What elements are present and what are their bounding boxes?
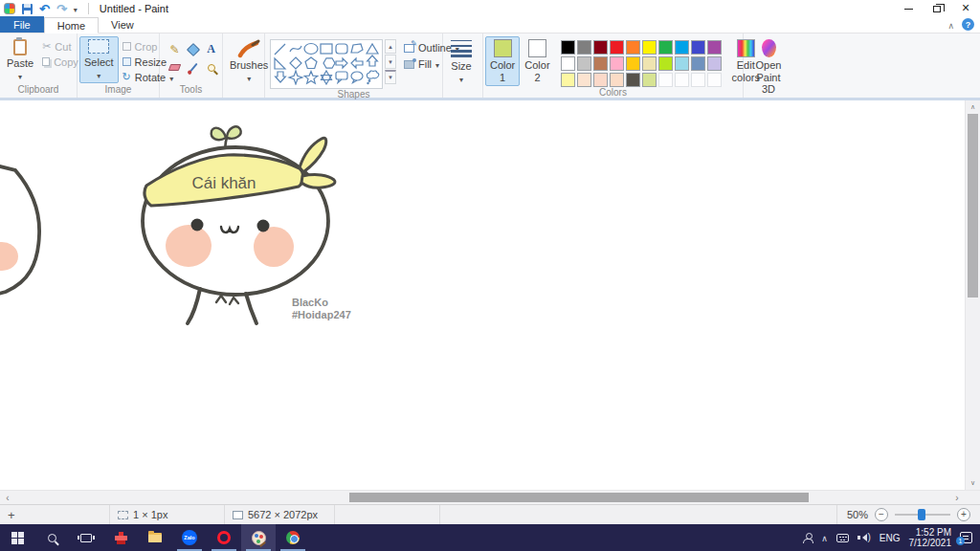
drawing-canvas[interactable]: Cái khăn BlacKo #Hoidap247 [0, 100, 965, 490]
sprout-leaf-right [227, 126, 241, 138]
palette-swatch[interactable] [593, 73, 608, 87]
notification-center-icon[interactable]: 1 [960, 532, 972, 543]
palette-swatch[interactable] [626, 73, 640, 87]
shapes-gallery[interactable] [270, 39, 383, 89]
zoom-slider[interactable] [895, 508, 950, 521]
undo-icon[interactable] [39, 2, 50, 16]
restore-button[interactable] [923, 0, 951, 17]
horizontal-scrollbar[interactable]: ‹ › [0, 490, 980, 504]
tab-file[interactable]: File [0, 16, 44, 33]
fill-tool-button[interactable] [184, 40, 202, 58]
zoom-in-button[interactable]: + [957, 508, 970, 521]
shape-arrow-left [351, 58, 363, 68]
palette-swatch[interactable] [691, 56, 705, 71]
start-button[interactable] [0, 524, 34, 551]
cut-button[interactable]: Cut [42, 40, 78, 53]
taskbar-pixel-app-button[interactable] [103, 524, 138, 551]
palette-swatch[interactable] [577, 56, 591, 71]
text-tool-button[interactable] [202, 40, 220, 58]
size-button[interactable]: Size [445, 36, 478, 87]
language-indicator[interactable]: ENG [880, 533, 901, 543]
task-view-button[interactable] [69, 524, 103, 551]
taskbar-search-button[interactable] [34, 524, 69, 551]
eraser-tool-button[interactable] [166, 58, 184, 77]
color-picker-tool-button[interactable] [184, 58, 202, 77]
palette-swatch[interactable] [707, 56, 722, 71]
taskbar-zalo-button[interactable]: Zalo [172, 524, 207, 551]
palette-swatch[interactable] [577, 73, 591, 87]
scroll-left-icon[interactable]: ‹ [0, 491, 15, 504]
speaker-icon[interactable] [858, 533, 871, 543]
palette-swatch[interactable] [675, 40, 689, 55]
palette-swatch[interactable] [610, 56, 624, 71]
clock[interactable]: 1:52 PM 7/12/2021 [909, 527, 952, 548]
minimize-icon [904, 9, 913, 10]
palette-swatch-empty[interactable] [675, 73, 689, 87]
palette-swatch[interactable] [658, 56, 673, 71]
magnifier-tool-button[interactable] [202, 58, 220, 77]
taskbar-opera-button[interactable] [207, 524, 241, 551]
color1-button[interactable]: Color 1 [485, 36, 520, 86]
palette-swatch[interactable] [626, 56, 640, 71]
paint-app-icon [252, 531, 266, 545]
size-dropdown-icon [459, 73, 463, 84]
pencil-tool-button[interactable] [166, 40, 184, 58]
scroll-down-icon[interactable]: ∨ [966, 476, 980, 490]
save-icon[interactable] [22, 4, 33, 14]
scroll-right-icon[interactable]: › [949, 491, 965, 504]
scroll-up-icon[interactable]: ∧ [966, 100, 980, 114]
shape-hexagon [323, 58, 335, 68]
taskbar-file-explorer-button[interactable] [138, 524, 172, 551]
palette-swatch[interactable] [642, 56, 657, 71]
zoom-slider-thumb[interactable] [918, 509, 925, 520]
hidden-icons-chevron[interactable] [821, 532, 828, 543]
taskbar-chrome-button[interactable] [276, 524, 310, 551]
tab-home[interactable]: Home [44, 17, 99, 33]
palette-swatch-empty[interactable] [658, 73, 673, 87]
brushes-group: Brushes [223, 33, 265, 98]
status-bar: 1 × 1px 5672 × 2072px 50% − + [0, 504, 980, 524]
color2-swatch [528, 39, 546, 57]
palette-swatch[interactable] [561, 40, 575, 55]
palette-swatch[interactable] [691, 40, 705, 55]
horizontal-scroll-thumb[interactable] [349, 493, 809, 502]
palette-swatch[interactable] [675, 56, 689, 71]
redo-icon[interactable] [56, 2, 67, 16]
palette-swatch[interactable] [577, 40, 591, 55]
open-paint3d-button[interactable]: Open Paint 3D [746, 36, 791, 98]
minimize-button[interactable] [894, 0, 923, 17]
palette-swatch[interactable] [610, 40, 624, 55]
taskbar-paint-button[interactable] [241, 524, 276, 551]
collapse-ribbon-icon[interactable] [947, 19, 954, 31]
palette-swatch[interactable] [642, 40, 657, 55]
vertical-scroll-thumb[interactable] [968, 114, 978, 298]
palette-swatch[interactable] [626, 40, 640, 55]
tab-view[interactable]: View [99, 16, 146, 33]
palette-swatch[interactable] [707, 40, 722, 55]
touch-keyboard-icon[interactable] [836, 534, 849, 542]
windows-logo-icon [11, 532, 24, 544]
palette-swatch[interactable] [658, 40, 673, 55]
customize-toolbar-dropdown-icon[interactable] [74, 3, 78, 14]
close-button[interactable] [951, 0, 980, 17]
shapes-more-button[interactable]: ▼ [385, 70, 396, 84]
palette-swatch[interactable] [593, 56, 608, 71]
copy-button[interactable]: Copy [42, 55, 78, 68]
shapes-scroll-up-button[interactable]: ▲ [385, 39, 396, 54]
image-group: Select Crop Resize Rotate Image [78, 33, 160, 98]
palette-swatch[interactable] [593, 40, 608, 55]
people-icon[interactable] [803, 533, 813, 543]
select-button[interactable]: Select [79, 36, 119, 83]
palette-swatch[interactable] [610, 73, 624, 87]
shapes-scroll-down-button[interactable]: ▼ [385, 55, 396, 69]
help-icon[interactable] [962, 18, 974, 31]
palette-swatch[interactable] [561, 73, 575, 87]
palette-swatch-empty[interactable] [691, 73, 705, 87]
palette-swatch[interactable] [561, 56, 575, 71]
palette-swatch[interactable] [642, 73, 657, 87]
palette-swatch-empty[interactable] [707, 73, 722, 87]
zoom-out-button[interactable]: − [875, 508, 888, 521]
paste-button[interactable]: Paste [2, 36, 38, 84]
color2-button[interactable]: Color 2 [520, 36, 554, 86]
vertical-scrollbar[interactable]: ∧ ∨ [965, 100, 980, 490]
